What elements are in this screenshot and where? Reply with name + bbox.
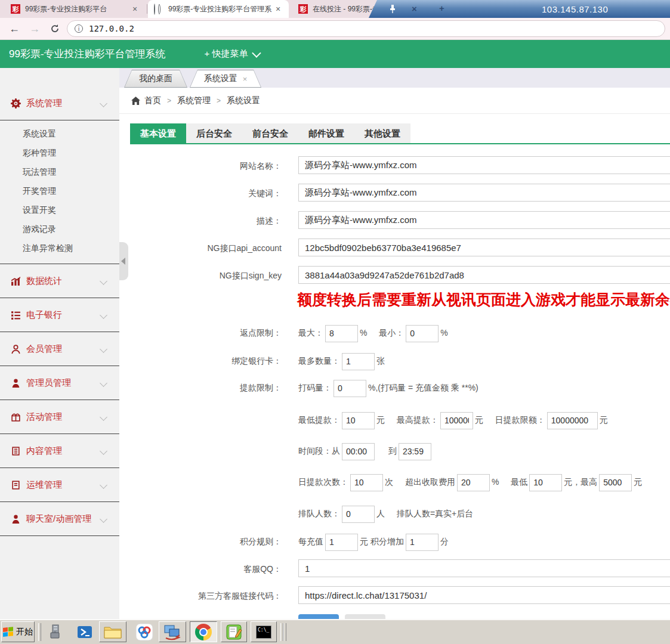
- api-account-input[interactable]: [298, 239, 670, 256]
- forward-icon[interactable]: →: [26, 20, 43, 37]
- browser-tab-2-active[interactable]: 99彩票-专业投注购彩平台管理系 ×: [148, 0, 289, 18]
- refresh-icon[interactable]: [47, 20, 63, 37]
- time-to-label: 到: [388, 446, 397, 456]
- folder-icon: [104, 625, 122, 639]
- fee-min-input[interactable]: [529, 474, 562, 491]
- time-to-input[interactable]: [399, 443, 431, 460]
- keywords-input[interactable]: [298, 184, 670, 202]
- sidebar-item-game-records[interactable]: 游戏记录: [0, 219, 119, 239]
- third-party-chat-label: 第三方客服链接代码：: [125, 586, 282, 605]
- sidebar-item-set-draw[interactable]: 设置开奖: [0, 200, 119, 219]
- sidebar-item-play-management[interactable]: 玩法管理: [0, 162, 119, 181]
- points-per-input[interactable]: [325, 534, 358, 551]
- close-icon[interactable]: ×: [273, 4, 283, 14]
- taskbar-grip[interactable]: [38, 623, 41, 641]
- close-icon[interactable]: ×: [243, 75, 248, 83]
- fee-min-label: 最低: [511, 477, 527, 487]
- breadcrumb-system-management[interactable]: 系统管理: [177, 95, 211, 106]
- quick-menu-button[interactable]: + 快捷菜单: [205, 48, 259, 60]
- server-manager-icon[interactable]: [47, 623, 66, 642]
- back-icon[interactable]: ←: [6, 20, 23, 37]
- form-row-withdraw-limit: 提款限制： 打码量：%,(打码量 = 充值金额 乘 **%): [119, 378, 670, 397]
- fee-max-unit: 元: [634, 477, 642, 487]
- sidebar-item-system-settings[interactable]: 系统设置: [0, 124, 119, 143]
- sidebar-item-data-statistics[interactable]: 数据统计: [0, 264, 119, 298]
- sidebar-item-abnormal-bet-detection[interactable]: 注单异常检测: [0, 239, 119, 258]
- service-qq-input[interactable]: [298, 559, 670, 577]
- taskbar: 开始 C:\_: [0, 619, 670, 644]
- browser-tab-1[interactable]: 彩 99彩票-专业投注购彩平台 ×: [5, 0, 146, 18]
- chevron-down-icon: [100, 277, 107, 285]
- home-icon: [131, 97, 140, 105]
- address-bar[interactable]: i 127.0.0.2: [67, 20, 665, 37]
- rings-app-icon[interactable]: [135, 623, 154, 642]
- tab-basic-settings[interactable]: 基本设置: [130, 123, 186, 143]
- fee-max-input[interactable]: [599, 474, 632, 491]
- tab-frontend-security[interactable]: 前台安全: [242, 123, 298, 143]
- form-row-api-account: NG接口api_account: [119, 239, 670, 258]
- sidebar-item-admin-management[interactable]: 管理员管理: [0, 366, 119, 400]
- withdraw-daily-input[interactable]: [547, 412, 598, 429]
- breadcrumb-system-settings[interactable]: 系统设置: [227, 95, 260, 106]
- bank-card-qty-input[interactable]: [342, 353, 375, 370]
- tab-backend-security[interactable]: 后台安全: [186, 123, 242, 143]
- sidebar-item-chatroom-animation-management[interactable]: 聊天室/动画管理: [0, 502, 119, 536]
- sidebar-item-activity-management[interactable]: 活动管理: [0, 400, 119, 434]
- form-row-points: 积分规则： 每充值元 积分增加分: [119, 532, 670, 551]
- chevron-down-icon: [100, 481, 107, 489]
- sidebar-item-draw-management[interactable]: 开奖管理: [0, 181, 119, 200]
- points-inc-input[interactable]: [406, 534, 439, 551]
- withdraw-max-input[interactable]: [440, 412, 473, 429]
- breadcrumb-home[interactable]: 首页: [144, 95, 161, 106]
- rebate-max-input[interactable]: [325, 325, 358, 342]
- chrome-icon: [195, 624, 212, 640]
- start-label: 开始: [16, 627, 33, 637]
- close-icon[interactable]: ×: [130, 4, 140, 14]
- workspace-tab-desktop[interactable]: 我的桌面: [124, 70, 187, 88]
- reset-button[interactable]: [345, 614, 385, 619]
- site-info-icon[interactable]: i: [75, 24, 83, 33]
- rebate-min-input[interactable]: [406, 325, 439, 342]
- tab-separator: [147, 4, 147, 14]
- powershell-icon[interactable]: [75, 623, 94, 642]
- site-name-input[interactable]: [298, 156, 670, 174]
- excess-fee-input[interactable]: [457, 474, 490, 491]
- workspace-tab-label: 系统设置: [204, 73, 237, 84]
- description-input[interactable]: [298, 211, 670, 229]
- pin-icon[interactable]: [388, 4, 397, 14]
- sidebar-section-label: 运维管理: [26, 479, 62, 491]
- start-button[interactable]: 开始: [1, 621, 35, 642]
- chrome-button[interactable]: [190, 621, 217, 642]
- tab-mail-settings[interactable]: 邮件设置: [298, 123, 354, 143]
- sidebar-item-system-management[interactable]: 系统管理: [0, 86, 119, 120]
- turnover-suffix: %,(打码量 = 充值金额 乘 **%): [368, 383, 478, 392]
- tab-other-settings[interactable]: 其他设置: [354, 123, 410, 143]
- sidebar-collapse-handle[interactable]: [119, 242, 128, 280]
- new-tab-icon[interactable]: +: [439, 3, 444, 13]
- third-party-chat-input[interactable]: [298, 586, 670, 604]
- remote-desktop-button[interactable]: [159, 621, 186, 642]
- sidebar-item-lottery-management[interactable]: 彩种管理: [0, 143, 119, 162]
- sidebar-item-member-management[interactable]: 会员管理: [0, 332, 119, 366]
- queue-input[interactable]: [342, 506, 375, 523]
- submit-button[interactable]: [298, 614, 339, 619]
- excess-fee-label: 超出收取费用: [405, 477, 455, 487]
- chevron-down-icon: [100, 515, 107, 523]
- file-explorer-button[interactable]: [99, 621, 126, 642]
- sidebar-item-content-management[interactable]: 内容管理: [0, 434, 119, 468]
- form-row-withdraw-times: 日提款次数：次 超出收取费用% 最低元，最高元: [119, 472, 670, 491]
- cmd-button[interactable]: C:\_: [251, 621, 277, 642]
- workspace-tab-settings-active[interactable]: 系统设置 ×: [190, 70, 261, 88]
- time-from-input[interactable]: [342, 443, 375, 460]
- notepadpp-button[interactable]: [221, 621, 247, 642]
- sidebar-item-ops-management[interactable]: 运维管理: [0, 468, 119, 502]
- withdraw-min-input[interactable]: [342, 412, 375, 429]
- turnover-input[interactable]: [334, 380, 366, 397]
- queue-unit: 人: [376, 509, 385, 518]
- sidebar-item-e-banking[interactable]: 电子银行: [0, 298, 119, 332]
- sign-key-input[interactable]: [298, 266, 670, 284]
- withdraw-times-input[interactable]: [350, 474, 383, 491]
- rebate-max-label: 最大：: [298, 328, 323, 338]
- rdp-connection-bar: × + 103.145.87.130: [369, 0, 670, 18]
- sign-key-label: NG接口sign_key: [125, 266, 282, 285]
